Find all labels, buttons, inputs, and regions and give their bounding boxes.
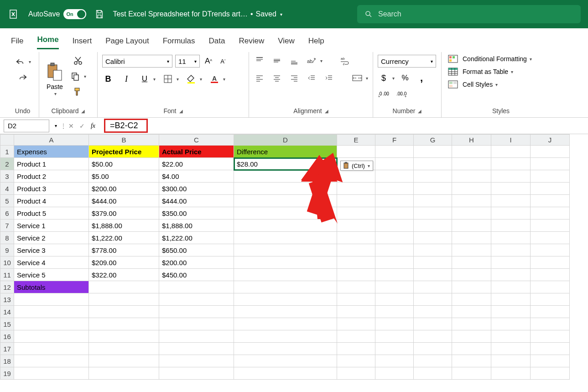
search-box[interactable]: Search xyxy=(357,5,581,23)
underline-button[interactable]: U xyxy=(139,73,151,85)
row-header-8[interactable]: 8 xyxy=(0,232,14,244)
cell-F7[interactable] xyxy=(375,220,414,232)
cell-B12[interactable] xyxy=(89,281,159,293)
cell-D8[interactable] xyxy=(234,232,337,244)
cell-E19[interactable] xyxy=(337,367,375,380)
column-header-J[interactable]: J xyxy=(531,135,570,146)
tab-view[interactable]: View xyxy=(278,37,295,49)
tab-file[interactable]: File xyxy=(11,37,23,49)
percent-button[interactable]: % xyxy=(399,72,411,84)
cell-F1[interactable] xyxy=(375,146,414,158)
cell-B17[interactable] xyxy=(89,343,159,355)
chevron-down-icon[interactable]: ▾ xyxy=(320,58,323,63)
cell-G9[interactable] xyxy=(414,244,452,256)
cell-B10[interactable]: $209.00 xyxy=(89,256,159,269)
italic-button[interactable]: I xyxy=(120,73,132,85)
cell-G7[interactable] xyxy=(414,220,452,232)
cell-F8[interactable] xyxy=(375,232,414,244)
cell-D12[interactable] xyxy=(234,281,337,293)
bold-button[interactable]: B xyxy=(102,73,114,85)
cell-D18[interactable] xyxy=(234,355,337,367)
accept-formula-button[interactable]: ✓ xyxy=(77,120,88,131)
cell-A12[interactable]: Subtotals xyxy=(14,281,89,293)
column-header-C[interactable]: C xyxy=(159,135,234,146)
cell-E8[interactable] xyxy=(337,232,375,244)
cell-H16[interactable] xyxy=(452,330,491,343)
cell-B1[interactable]: Projected Price xyxy=(89,146,159,158)
cell-J18[interactable] xyxy=(531,355,570,367)
cell-E17[interactable] xyxy=(337,343,375,355)
formula-input[interactable]: =B2-C2 xyxy=(100,120,588,132)
cell-E9[interactable] xyxy=(337,244,375,256)
cell-C2[interactable]: $22.00 xyxy=(159,158,234,170)
cell-B19[interactable] xyxy=(89,367,159,380)
cell-D14[interactable] xyxy=(234,306,337,318)
cell-E7[interactable] xyxy=(337,220,375,232)
cell-C7[interactable]: $1,888.00 xyxy=(159,220,234,232)
cell-G19[interactable] xyxy=(414,367,452,380)
cell-F2[interactable] xyxy=(375,158,414,170)
cell-C12[interactable] xyxy=(159,281,234,293)
row-header-3[interactable]: 3 xyxy=(0,170,14,183)
cell-C13[interactable] xyxy=(159,293,234,306)
cell-I11[interactable] xyxy=(491,269,531,281)
cell-J7[interactable] xyxy=(531,220,570,232)
cell-C8[interactable]: $1,222.00 xyxy=(159,232,234,244)
cell-J16[interactable] xyxy=(531,330,570,343)
row-header-19[interactable]: 19 xyxy=(0,367,14,380)
cell-D10[interactable] xyxy=(234,256,337,269)
cell-E6[interactable] xyxy=(337,207,375,220)
cell-A16[interactable] xyxy=(14,330,89,343)
cell-F3[interactable] xyxy=(375,170,414,183)
cell-A14[interactable] xyxy=(14,306,89,318)
cell-A17[interactable] xyxy=(14,343,89,355)
cell-A19[interactable] xyxy=(14,367,89,380)
merge-center-button[interactable] xyxy=(351,72,363,84)
cell-F11[interactable] xyxy=(375,269,414,281)
cell-I7[interactable] xyxy=(491,220,531,232)
increase-decimal-button[interactable]: .0.00 xyxy=(378,89,390,100)
cell-E15[interactable] xyxy=(337,318,375,330)
cell-D6[interactable] xyxy=(234,207,337,220)
cell-H7[interactable] xyxy=(452,220,491,232)
cell-I10[interactable] xyxy=(491,256,531,269)
cell-J19[interactable] xyxy=(531,367,570,380)
row-header-18[interactable]: 18 xyxy=(0,355,14,367)
tab-formulas[interactable]: Formulas xyxy=(163,37,195,49)
cell-H2[interactable] xyxy=(452,158,491,170)
cell-A8[interactable]: Service 2 xyxy=(14,232,89,244)
dialog-launcher-icon[interactable]: ◢ xyxy=(325,109,328,114)
tab-insert[interactable]: Insert xyxy=(73,37,92,49)
align-center-button[interactable] xyxy=(271,72,283,84)
row-header-12[interactable]: 12 xyxy=(0,281,14,293)
align-left-button[interactable] xyxy=(254,72,265,84)
tab-data[interactable]: Data xyxy=(209,37,225,49)
cell-B5[interactable]: $444.00 xyxy=(89,195,159,207)
cell-A15[interactable] xyxy=(14,318,89,330)
decrease-font-button[interactable]: Aˇ xyxy=(217,55,229,67)
cell-D7[interactable] xyxy=(234,220,337,232)
cell-I1[interactable] xyxy=(491,146,531,158)
cell-I19[interactable] xyxy=(491,367,531,380)
cell-E10[interactable] xyxy=(337,256,375,269)
chevron-down-icon[interactable]: ▾ xyxy=(177,77,179,82)
font-size-combo[interactable]: 11▾ xyxy=(175,55,200,68)
cell-G16[interactable] xyxy=(414,330,452,343)
cell-I18[interactable] xyxy=(491,355,531,367)
align-right-button[interactable] xyxy=(288,72,300,84)
cell-G1[interactable] xyxy=(414,146,452,158)
cell-G12[interactable] xyxy=(414,281,452,293)
fill-handle[interactable] xyxy=(335,168,337,170)
cell-B3[interactable]: $5.00 xyxy=(89,170,159,183)
cell-F15[interactable] xyxy=(375,318,414,330)
cell-D11[interactable] xyxy=(234,269,337,281)
autosave-control[interactable]: AutoSave On xyxy=(28,9,86,19)
dialog-launcher-icon[interactable]: ◢ xyxy=(179,109,183,114)
chevron-down-icon[interactable]: ▾ xyxy=(29,59,31,64)
row-header-6[interactable]: 6 xyxy=(0,207,14,220)
column-header-E[interactable]: E xyxy=(337,135,375,146)
format-as-table-button[interactable]: Format as Table▾ xyxy=(448,68,554,76)
cell-C10[interactable]: $200.00 xyxy=(159,256,234,269)
increase-indent-button[interactable] xyxy=(323,72,335,84)
column-header-B[interactable]: B xyxy=(89,135,159,146)
